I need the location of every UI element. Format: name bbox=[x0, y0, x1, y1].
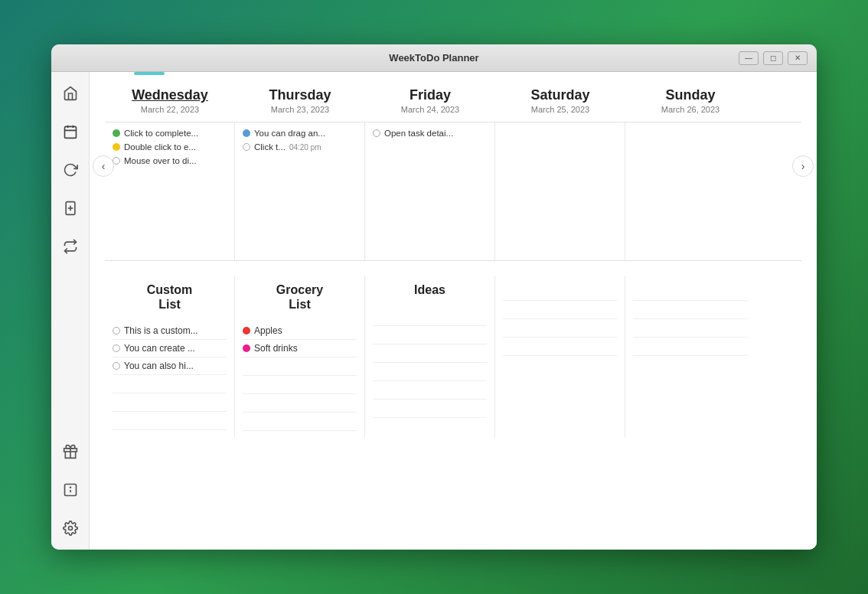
task-item[interactable]: Open task detai... bbox=[373, 129, 487, 138]
list-dot-empty bbox=[113, 327, 120, 335]
list-col-grocery: GroceryList Apples Soft drinks bbox=[235, 276, 365, 437]
empty-row bbox=[503, 282, 617, 301]
tasks-grid: Click to complete... Double click to e..… bbox=[105, 122, 801, 260]
list-item[interactable]: Apples bbox=[243, 322, 357, 340]
task-dot-empty bbox=[243, 143, 250, 151]
sidebar-item-home[interactable] bbox=[58, 81, 83, 106]
titlebar: WeekToDo Planner — ◻ ✕ bbox=[51, 44, 817, 72]
week-section: ‹ › Wednesday March 22, 2023 Thursday Ma… bbox=[90, 72, 817, 260]
day-date-saturday: March 25, 2023 bbox=[503, 105, 618, 114]
task-item[interactable]: Click t... 04:20 pm bbox=[243, 142, 357, 152]
day-name-sunday: Sunday bbox=[633, 87, 748, 103]
minimize-button[interactable]: — bbox=[739, 51, 759, 65]
list-dot-empty bbox=[113, 344, 120, 352]
sidebar-item-calendar[interactable] bbox=[58, 119, 83, 144]
sidebar bbox=[51, 72, 90, 550]
task-col-saturday bbox=[495, 122, 625, 260]
days-header: Wednesday March 22, 2023 Thursday March … bbox=[105, 87, 801, 114]
list-col-empty-1 bbox=[495, 276, 625, 437]
lists-section: CustomList This is a custom... You can c… bbox=[90, 261, 817, 452]
task-dot-blue bbox=[243, 129, 250, 137]
list-title-custom: CustomList bbox=[113, 282, 227, 312]
task-col-sunday bbox=[625, 122, 755, 260]
list-item-text: Apples bbox=[254, 325, 282, 336]
list-col-empty-2 bbox=[625, 276, 755, 437]
task-item[interactable]: Double click to e... bbox=[113, 142, 227, 152]
content-area: ‹ › Wednesday March 22, 2023 Thursday Ma… bbox=[51, 72, 817, 550]
day-name-saturday: Saturday bbox=[503, 87, 618, 103]
task-text: Open task detai... bbox=[384, 129, 453, 138]
day-date-sunday: March 26, 2023 bbox=[633, 105, 748, 114]
day-header-thursday: Thursday March 23, 2023 bbox=[235, 87, 365, 114]
task-item[interactable]: You can drag an... bbox=[243, 129, 357, 138]
task-text: Mouse over to di... bbox=[124, 156, 197, 165]
day-header-saturday: Saturday March 25, 2023 bbox=[495, 87, 625, 114]
day-date-friday: March 24, 2023 bbox=[373, 105, 488, 114]
list-item[interactable]: Soft drinks bbox=[243, 340, 357, 357]
day-name-thursday: Thursday bbox=[243, 87, 357, 103]
list-item-text: Soft drinks bbox=[254, 343, 298, 354]
empty-row bbox=[243, 394, 357, 413]
task-text: Click to complete... bbox=[124, 129, 198, 138]
empty-row bbox=[503, 319, 617, 338]
empty-row bbox=[113, 375, 227, 393]
svg-point-11 bbox=[68, 527, 72, 530]
list-title-ideas: Ideas bbox=[373, 282, 487, 297]
empty-row bbox=[633, 319, 748, 338]
list-col-ideas: Ideas bbox=[365, 276, 495, 437]
list-item[interactable]: You can also hi... bbox=[113, 357, 227, 375]
task-time: 04:20 pm bbox=[289, 143, 321, 152]
task-dot-yellow bbox=[113, 143, 120, 151]
task-item[interactable]: Mouse over to di... bbox=[113, 156, 227, 165]
day-name-friday: Friday bbox=[373, 87, 488, 103]
day-header-friday: Friday March 24, 2023 bbox=[365, 87, 495, 114]
list-item-text: This is a custom... bbox=[124, 325, 198, 336]
empty-row bbox=[243, 357, 357, 376]
list-dot-red bbox=[243, 327, 250, 335]
empty-row bbox=[633, 338, 748, 356]
task-dot-empty bbox=[373, 129, 380, 137]
list-item[interactable]: This is a custom... bbox=[113, 322, 227, 340]
close-button[interactable]: ✕ bbox=[788, 51, 808, 65]
empty-row bbox=[243, 413, 357, 431]
nav-prev-button[interactable]: ‹ bbox=[93, 155, 114, 177]
sidebar-item-refresh[interactable] bbox=[58, 158, 83, 182]
empty-row bbox=[633, 301, 748, 319]
empty-row bbox=[243, 376, 357, 394]
day-header-sunday: Sunday March 26, 2023 bbox=[625, 87, 755, 114]
day-header-wednesday: Wednesday March 22, 2023 bbox=[105, 87, 235, 114]
task-text: Double click to e... bbox=[124, 142, 196, 152]
list-dot-empty bbox=[113, 362, 120, 370]
empty-row bbox=[373, 363, 487, 381]
window-controls: — ◻ ✕ bbox=[739, 51, 808, 65]
sidebar-item-settings[interactable] bbox=[58, 516, 83, 540]
task-dot-green bbox=[113, 129, 120, 137]
empty-row bbox=[503, 338, 617, 356]
sidebar-item-info[interactable] bbox=[58, 478, 83, 502]
app-window: WeekToDo Planner — ◻ ✕ bbox=[51, 44, 817, 550]
list-dot-pink bbox=[243, 344, 250, 352]
empty-row bbox=[113, 393, 227, 412]
nav-next-button[interactable]: › bbox=[792, 155, 814, 177]
sidebar-item-gift[interactable] bbox=[58, 439, 83, 464]
task-col-wednesday: Click to complete... Double click to e..… bbox=[105, 122, 235, 260]
empty-row bbox=[373, 400, 487, 418]
list-item-text: You can also hi... bbox=[124, 361, 194, 371]
task-item[interactable]: Click to complete... bbox=[113, 129, 227, 138]
day-name-wednesday: Wednesday bbox=[113, 87, 227, 103]
day-date-wednesday: March 22, 2023 bbox=[113, 105, 227, 114]
list-title-grocery: GroceryList bbox=[243, 282, 357, 312]
list-col-custom: CustomList This is a custom... You can c… bbox=[105, 276, 235, 437]
empty-row bbox=[373, 326, 487, 344]
task-col-thursday: You can drag an... Click t... 04:20 pm bbox=[235, 122, 365, 260]
empty-row bbox=[373, 381, 487, 400]
sidebar-item-add[interactable] bbox=[58, 196, 83, 220]
window-title: WeekToDo Planner bbox=[389, 52, 478, 64]
list-item[interactable]: You can create ... bbox=[113, 340, 227, 357]
maximize-button[interactable]: ◻ bbox=[763, 51, 783, 65]
empty-row bbox=[373, 344, 487, 363]
sidebar-item-sync[interactable] bbox=[58, 234, 83, 259]
empty-row bbox=[633, 282, 748, 301]
main-content: ‹ › Wednesday March 22, 2023 Thursday Ma… bbox=[90, 72, 817, 550]
task-text: Click t... bbox=[254, 142, 286, 152]
